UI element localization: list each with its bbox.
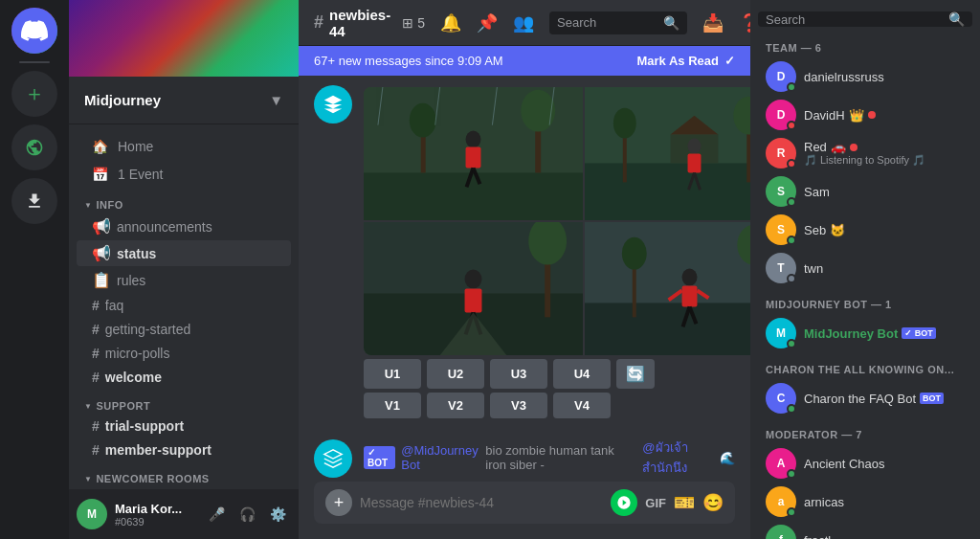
bot-tag-mj: ✓ BOT [902,327,936,339]
category-info[interactable]: ▼ INFO [69,195,299,213]
variation-v4-button[interactable]: V4 [553,393,611,418]
member-seb[interactable]: S Seb 🐱 [758,211,972,249]
upscale-u3-button[interactable]: U3 [490,359,547,389]
at-mention-prefix: @MidJourney Bot [401,443,479,472]
member-name-sam: Sam [804,185,830,199]
channel-member-support[interactable]: # member-support [77,438,291,461]
bot-badge-prefix: ✓ BOT [364,446,395,469]
download-apps-button[interactable] [11,178,57,224]
hashtag-count-icon: ⊞ [402,15,413,31]
server-name-header[interactable]: Midjourney ▼ [69,77,299,124]
member-fractl[interactable]: f fractl [758,521,972,539]
upscale-u2-button[interactable]: U2 [427,359,484,389]
status-dot-red [787,159,796,168]
channel-micro-polls[interactable]: # micro-polls [77,342,291,365]
member-danielrussruss[interactable]: D danielrussruss [758,57,972,96]
channel-rules-label: rules [117,273,145,288]
channel-announcements[interactable]: 📢 announcements [77,213,291,239]
variation-v2-button[interactable]: V2 [427,393,484,418]
pin-icon[interactable]: 📌 [477,12,498,34]
attach-button[interactable]: + [325,489,352,516]
svg-point-5 [410,103,436,138]
mark-as-read-button[interactable]: Mark As Read ✓ [637,54,736,68]
message-input[interactable] [360,495,603,510]
discord-home-button[interactable] [11,8,57,54]
midjourney-bot-avatar [314,439,352,478]
channel-welcome[interactable]: # welcome [77,366,291,389]
speaker-icon: 📢 [92,217,111,236]
user-name: Maria Kor... [115,502,195,516]
variation-v3-button[interactable]: V3 [490,393,547,418]
member-section-team: TEAM — 6 D danielrussruss D DavidH 👑 [758,38,972,287]
section-title-charon: CHARON THE ALL KNOWING ON... [758,360,972,379]
member-sam[interactable]: S Sam [758,172,972,211]
member-arnicas[interactable]: a arnicas [758,483,972,521]
avatar-danielrussruss: D [766,61,796,92]
member-count: ⊞ 5 [402,15,425,31]
category-support-label: SUPPORT [96,400,150,412]
search-icon: 🔍 [663,15,679,31]
new-messages-bar: 67+ new messages since 9:09 AM Mark As R… [299,46,750,76]
member-twn[interactable]: T twn [758,249,972,287]
avatar-sam: S [766,176,796,207]
seb-name-line: Seb 🐱 [804,223,845,237]
member-info-sam: Sam [804,185,830,199]
rules-icon: 📋 [92,271,111,289]
user-info: Maria Kor... #0639 [115,502,195,528]
user-actions: 🎤 🎧 ⚙️ [203,501,291,528]
member-info-red: Red 🚗 🎵 Listening to Spotify 🎵 [804,140,925,167]
mic-button[interactable]: 🎤 [203,501,230,528]
channel-trial-support[interactable]: # trial-support [77,415,291,438]
variation-v1-button[interactable]: V1 [364,393,421,418]
notification-bell-icon[interactable]: 🔔 [440,12,461,34]
section-title-team: TEAM — 6 [758,38,972,57]
search-box[interactable]: Search 🔍 [549,11,687,34]
refresh-button[interactable]: 🔄 [616,359,655,389]
nav-events[interactable]: 📅 1 Event [77,161,291,188]
member-midjourney-bot[interactable]: M MidJourney Bot ✓ BOT [758,314,972,352]
header-actions: ⊞ 5 🔔 📌 👥 Search 🔍 📥 ❓ [402,11,750,34]
member-red[interactable]: R Red 🚗 🎵 Listening to Spotify 🎵 [758,134,972,172]
upscale-u4-button[interactable]: U4 [553,359,611,389]
settings-button[interactable]: ⚙️ [264,501,291,528]
member-info-ancient: Ancient Chaos [804,457,885,471]
member-name-seb: Seb [804,223,826,237]
explore-servers-button[interactable] [11,124,57,170]
bot-icon-button[interactable] [611,489,637,516]
member-section-charon: CHARON THE ALL KNOWING ON... C Charon th… [758,360,972,417]
help-icon[interactable]: ❓ [739,12,750,34]
upscale-u1-button[interactable]: U1 [364,359,421,389]
prefix-text: bio zombie human tank iron siber - [485,443,636,472]
category-support[interactable]: ▼ SUPPORT [69,396,299,414]
emoji-button[interactable]: 😊 [702,492,724,513]
channel-trial-support-label: trial-support [105,418,184,434]
nav-home[interactable]: 🏠 Home [77,133,291,160]
right-search-icon: 🔍 [948,11,965,27]
member-section-moderator: MODERATOR — 7 A Ancient Chaos a arnicas … [758,425,972,539]
member-ancient-chaos[interactable]: A Ancient Chaos [758,444,972,483]
member-name-charon: Charon the FAQ Bot [804,392,916,406]
charon-name-line: Charon the FAQ Bot BOT [804,392,944,406]
right-sidebar-search[interactable]: Search 🔍 [758,11,972,27]
add-server-button[interactable]: ＋ [11,71,57,117]
member-name-red: Red [804,140,827,154]
category-info-label: INFO [96,199,122,211]
member-davidh[interactable]: D DavidH 👑 [758,96,972,134]
channels-list: 🏠 Home 📅 1 Event ▼ INFO 📢 announcements … [69,124,299,489]
member-charon-bot[interactable]: C Charon the FAQ Bot BOT [758,379,972,417]
channel-getting-started[interactable]: # getting-started [77,318,291,341]
sticker-button[interactable]: 🎫 [674,492,695,513]
svg-rect-31 [465,289,482,313]
channel-micro-polls-label: micro-polls [105,346,170,361]
status-dot-danielrussruss [787,82,796,92]
channel-status[interactable]: 📢 status [77,240,291,266]
channel-rules[interactable]: 📋 rules [77,267,291,293]
members-icon[interactable]: 👥 [513,12,534,34]
channel-faq[interactable]: # faq [77,294,291,317]
gif-button[interactable]: GIF [645,496,666,510]
status-dot-arnicas [787,507,796,517]
category-newcomer-rooms[interactable]: ▼ NEWCOMER ROOMS [69,469,299,486]
headphone-button[interactable]: 🎧 [234,501,260,528]
svg-point-22 [688,139,702,154]
inbox-icon[interactable]: 📥 [702,12,724,34]
